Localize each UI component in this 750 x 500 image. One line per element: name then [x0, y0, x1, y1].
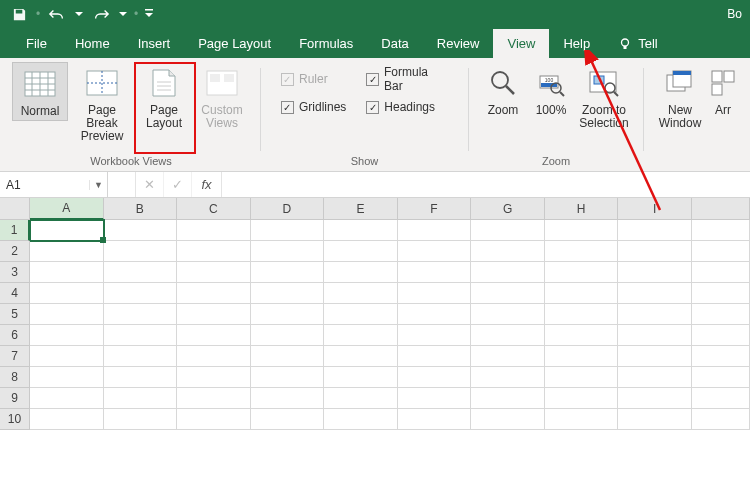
cell[interactable]	[104, 367, 178, 388]
row-header[interactable]: 6	[0, 325, 30, 346]
cell[interactable]	[324, 241, 398, 262]
cell[interactable]	[471, 409, 545, 430]
cell[interactable]	[545, 241, 619, 262]
column-header[interactable]: H	[545, 198, 619, 220]
cell[interactable]	[104, 220, 178, 241]
cell[interactable]	[30, 241, 104, 262]
tab-view[interactable]: View	[493, 29, 549, 58]
cell[interactable]	[692, 262, 750, 283]
column-header[interactable]: E	[324, 198, 398, 220]
cell[interactable]	[251, 409, 325, 430]
cell[interactable]	[398, 304, 472, 325]
enter-formula-icon[interactable]: ✓	[164, 172, 192, 197]
cell[interactable]	[177, 304, 251, 325]
cancel-formula-icon[interactable]: ✕	[136, 172, 164, 197]
cell[interactable]	[177, 367, 251, 388]
cell[interactable]	[471, 262, 545, 283]
cell[interactable]	[692, 367, 750, 388]
cell[interactable]	[692, 346, 750, 367]
cell[interactable]	[618, 220, 692, 241]
tab-formulas[interactable]: Formulas	[285, 29, 367, 58]
cell[interactable]	[398, 283, 472, 304]
cell[interactable]	[30, 262, 104, 283]
cell[interactable]	[177, 220, 251, 241]
cell[interactable]	[545, 283, 619, 304]
cell[interactable]	[545, 388, 619, 409]
cell[interactable]	[618, 283, 692, 304]
column-header[interactable]	[692, 198, 750, 220]
cell[interactable]	[177, 409, 251, 430]
cell[interactable]	[471, 346, 545, 367]
column-header[interactable]: D	[251, 198, 325, 220]
column-header[interactable]: C	[177, 198, 251, 220]
cell[interactable]	[692, 409, 750, 430]
cell[interactable]	[692, 241, 750, 262]
cell[interactable]	[324, 367, 398, 388]
cell[interactable]	[324, 346, 398, 367]
row-header[interactable]: 8	[0, 367, 30, 388]
ruler-checkbox-row[interactable]: ✓ Ruler	[275, 68, 352, 90]
cell[interactable]	[104, 346, 178, 367]
cell[interactable]	[30, 325, 104, 346]
formula-bar-checkbox-row[interactable]: ✓ Formula Bar	[360, 68, 454, 90]
cell-grid[interactable]	[30, 220, 750, 430]
cell[interactable]	[177, 346, 251, 367]
cell[interactable]	[618, 367, 692, 388]
cell-a1[interactable]	[30, 220, 104, 241]
cell[interactable]	[324, 220, 398, 241]
headings-checkbox-row[interactable]: ✓ Headings	[360, 96, 454, 118]
cell[interactable]	[545, 262, 619, 283]
cell[interactable]	[177, 325, 251, 346]
row-header[interactable]: 2	[0, 241, 30, 262]
arrange-all-button[interactable]: Arr	[708, 62, 738, 119]
cell[interactable]	[324, 388, 398, 409]
cell[interactable]	[251, 262, 325, 283]
cell[interactable]	[104, 388, 178, 409]
cell[interactable]	[30, 409, 104, 430]
cell[interactable]	[251, 304, 325, 325]
cell[interactable]	[618, 346, 692, 367]
cell[interactable]	[324, 262, 398, 283]
save-icon[interactable]	[6, 3, 32, 25]
custom-views-button[interactable]: Custom Views	[194, 62, 250, 132]
cell[interactable]	[398, 388, 472, 409]
name-box-dropdown-icon[interactable]: ▼	[89, 180, 107, 190]
cell[interactable]	[251, 220, 325, 241]
cell[interactable]	[692, 325, 750, 346]
cell[interactable]	[618, 388, 692, 409]
cell[interactable]	[618, 262, 692, 283]
name-box-value[interactable]: A1	[0, 178, 89, 192]
cell[interactable]	[618, 409, 692, 430]
column-header[interactable]: I	[618, 198, 692, 220]
cell[interactable]	[545, 304, 619, 325]
select-all-corner[interactable]	[0, 198, 30, 220]
cell[interactable]	[30, 388, 104, 409]
undo-dropdown-icon[interactable]	[72, 3, 86, 25]
tab-insert[interactable]: Insert	[124, 29, 185, 58]
cell[interactable]	[177, 241, 251, 262]
cell[interactable]	[545, 346, 619, 367]
page-break-preview-button[interactable]: Page Break Preview	[70, 62, 134, 146]
cell[interactable]	[251, 367, 325, 388]
cell[interactable]	[104, 409, 178, 430]
cell[interactable]	[324, 409, 398, 430]
cell[interactable]	[398, 346, 472, 367]
tab-data[interactable]: Data	[367, 29, 422, 58]
row-header[interactable]: 1	[0, 220, 30, 241]
cell[interactable]	[251, 346, 325, 367]
tab-page-layout[interactable]: Page Layout	[184, 29, 285, 58]
cell[interactable]	[545, 409, 619, 430]
cell[interactable]	[398, 262, 472, 283]
cell[interactable]	[30, 283, 104, 304]
cell[interactable]	[324, 304, 398, 325]
cell[interactable]	[324, 283, 398, 304]
qat-customize-icon[interactable]	[142, 3, 156, 25]
row-header[interactable]: 9	[0, 388, 30, 409]
row-header[interactable]: 4	[0, 283, 30, 304]
cell[interactable]	[324, 325, 398, 346]
cell[interactable]	[618, 325, 692, 346]
tab-review[interactable]: Review	[423, 29, 494, 58]
cell[interactable]	[104, 325, 178, 346]
cell[interactable]	[692, 283, 750, 304]
cell[interactable]	[104, 283, 178, 304]
